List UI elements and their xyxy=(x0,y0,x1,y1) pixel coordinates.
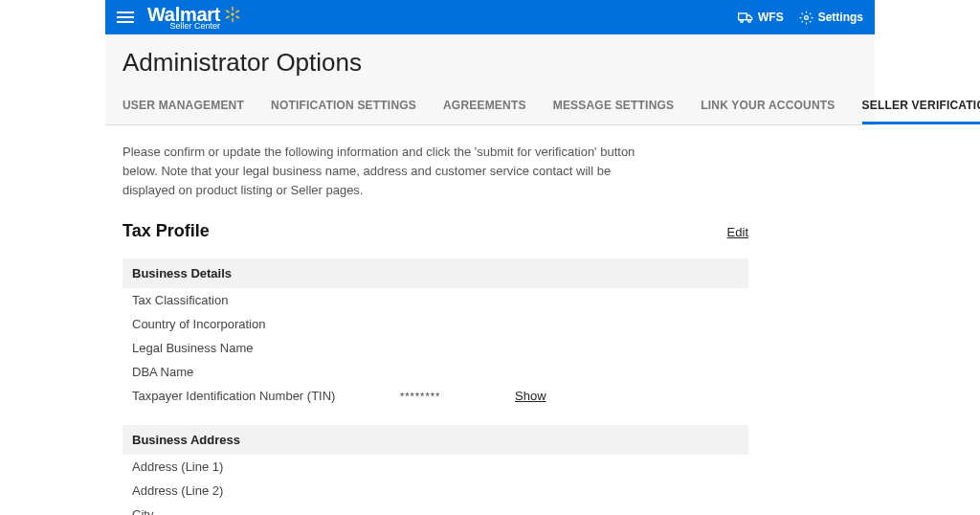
field-label: Tax Classification xyxy=(132,293,400,307)
field-label: Country of Incorporation xyxy=(132,317,400,331)
svg-point-0 xyxy=(231,12,234,15)
wfs-link[interactable]: WFS xyxy=(738,11,784,24)
topbar-left: Walmart Seller Center xyxy=(117,5,241,31)
field-row-address-2: Address (Line 2) xyxy=(122,479,748,503)
svg-rect-4 xyxy=(226,15,231,19)
svg-point-10 xyxy=(804,15,808,19)
field-label: Address (Line 1) xyxy=(132,459,400,474)
svg-rect-2 xyxy=(232,17,234,22)
svg-rect-6 xyxy=(235,15,240,19)
group-header-business-details: Business Details xyxy=(122,258,748,288)
svg-rect-3 xyxy=(235,10,240,13)
svg-rect-1 xyxy=(232,6,234,11)
field-row-tax-classification: Tax Classification xyxy=(122,288,748,312)
field-row-city: City xyxy=(122,503,748,515)
settings-link[interactable]: Settings xyxy=(799,11,863,25)
page-title: Administrator Options xyxy=(122,48,858,78)
topbar-right: WFS Settings xyxy=(738,11,863,25)
settings-label: Settings xyxy=(818,11,863,24)
field-row-dba-name: DBA Name xyxy=(122,360,748,384)
group-header-business-address: Business Address xyxy=(122,425,748,455)
tab-link-your-accounts[interactable]: LINK YOUR ACCOUNTS xyxy=(701,91,835,124)
field-row-country-of-incorporation: Country of Incorporation xyxy=(122,312,748,336)
svg-point-9 xyxy=(748,20,751,23)
truck-icon xyxy=(738,11,753,24)
brand[interactable]: Walmart Seller Center xyxy=(147,5,241,31)
content: Please confirm or update the following i… xyxy=(105,125,766,515)
field-row-legal-business-name: Legal Business Name xyxy=(122,336,748,360)
section-head: Tax Profile Edit xyxy=(122,221,748,241)
menu-icon[interactable] xyxy=(117,9,134,26)
field-label: City xyxy=(132,507,400,515)
svg-rect-7 xyxy=(739,13,747,20)
field-row-address-1: Address (Line 1) xyxy=(122,455,748,479)
topbar: Walmart Seller Center WFS Settings xyxy=(105,0,875,34)
tab-notification-settings[interactable]: NOTIFICATION SETTINGS xyxy=(271,91,416,124)
tabs: USER MANAGEMENT NOTIFICATION SETTINGS AG… xyxy=(122,91,858,124)
tab-message-settings[interactable]: MESSAGE SETTINGS xyxy=(553,91,675,124)
intro-text: Please confirm or update the following i… xyxy=(122,143,639,200)
field-label: DBA Name xyxy=(132,365,400,379)
edit-button[interactable]: Edit xyxy=(727,225,748,239)
field-label: Taxpayer Identification Number (TIN) xyxy=(132,389,400,403)
brand-sub: Seller Center xyxy=(170,22,221,31)
field-row-tin: Taxpayer Identification Number (TIN) ***… xyxy=(122,384,748,408)
tab-user-management[interactable]: USER MANAGEMENT xyxy=(122,91,244,124)
tin-masked-value: ******** xyxy=(400,391,515,402)
field-label: Address (Line 2) xyxy=(132,483,400,498)
section-title: Tax Profile xyxy=(122,221,210,241)
svg-point-8 xyxy=(741,20,744,23)
svg-rect-5 xyxy=(226,10,231,13)
wfs-label: WFS xyxy=(758,11,784,24)
field-label: Legal Business Name xyxy=(132,341,400,355)
tab-seller-verification[interactable]: SELLER VERIFICATION xyxy=(862,91,980,124)
show-button[interactable]: Show xyxy=(515,389,546,403)
tab-agreements[interactable]: AGREEMENTS xyxy=(443,91,526,124)
spark-icon xyxy=(224,6,241,23)
gear-icon xyxy=(799,11,813,25)
page-header: Administrator Options USER MANAGEMENT NO… xyxy=(105,34,875,125)
